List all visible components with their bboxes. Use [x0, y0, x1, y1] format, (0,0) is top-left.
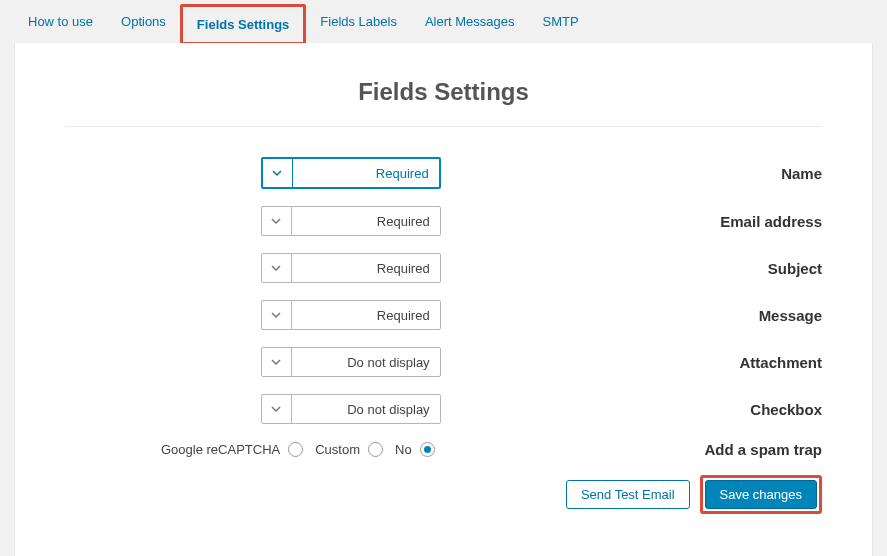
tab-smtp[interactable]: SMTP: [529, 2, 593, 43]
tab-options[interactable]: Options: [107, 2, 180, 43]
field-label: Email address: [459, 213, 822, 230]
tab-bar: How to use Options Fields Settings Field…: [0, 0, 887, 43]
chevron-down-icon: [262, 207, 292, 235]
page-title: Fields Settings: [65, 78, 822, 106]
select-value: Required: [292, 214, 440, 229]
radio-label-recaptcha: Google reCAPTCHA: [161, 442, 280, 457]
field-row-name: Required Name: [65, 157, 822, 189]
field-label: Name: [459, 165, 822, 182]
select-value: Required: [292, 308, 440, 323]
field-label: Checkbox: [459, 401, 822, 418]
select-value: Required: [293, 166, 439, 181]
tab-fields-labels[interactable]: Fields Labels: [306, 2, 411, 43]
select-email[interactable]: Required: [261, 206, 441, 236]
send-test-email-button[interactable]: Send Test Email: [566, 480, 690, 509]
field-row-subject: Required Subject: [65, 253, 822, 283]
select-value: Required: [292, 261, 440, 276]
field-label: Attachment: [459, 354, 822, 371]
chevron-down-icon: [262, 301, 292, 329]
select-attachment[interactable]: Do not display: [261, 347, 441, 377]
tab-how-to-use[interactable]: How to use: [14, 2, 107, 43]
tab-alert-messages[interactable]: Alert Messages: [411, 2, 529, 43]
spam-trap-radio-group: Google reCAPTCHA Custom No: [161, 442, 441, 457]
select-checkbox[interactable]: Do not display: [261, 394, 441, 424]
radio-custom[interactable]: [368, 442, 383, 457]
chevron-down-icon: [262, 395, 292, 423]
highlight-save-button: Save changes: [700, 475, 822, 514]
action-bar: Send Test Email Save changes: [65, 475, 822, 514]
save-changes-button[interactable]: Save changes: [705, 480, 817, 509]
radio-label-no: No: [395, 442, 412, 457]
field-row-message: Required Message: [65, 300, 822, 330]
chevron-down-icon: [262, 254, 292, 282]
select-value: Do not display: [292, 402, 440, 417]
field-label: Message: [459, 307, 822, 324]
chevron-down-icon: [262, 348, 292, 376]
field-row-attachment: Do not display Attachment: [65, 347, 822, 377]
field-row-email: Required Email address: [65, 206, 822, 236]
radio-no[interactable]: [420, 442, 435, 457]
tab-fields-settings[interactable]: Fields Settings: [183, 7, 303, 42]
select-subject[interactable]: Required: [261, 253, 441, 283]
highlight-active-tab: Fields Settings: [180, 4, 306, 45]
field-row-checkbox: Do not display Checkbox: [65, 394, 822, 424]
field-label: Subject: [459, 260, 822, 277]
select-name[interactable]: Required: [261, 157, 441, 189]
content-panel: Fields Settings Required Name: [14, 43, 873, 556]
select-value: Do not display: [292, 355, 440, 370]
divider: [65, 126, 822, 127]
radio-recaptcha[interactable]: [288, 442, 303, 457]
select-message[interactable]: Required: [261, 300, 441, 330]
field-label: Add a spam trap: [459, 441, 822, 458]
radio-label-custom: Custom: [315, 442, 360, 457]
field-row-spam-trap: Google reCAPTCHA Custom No Add a spam tr…: [65, 441, 822, 458]
chevron-down-icon: [263, 159, 293, 187]
